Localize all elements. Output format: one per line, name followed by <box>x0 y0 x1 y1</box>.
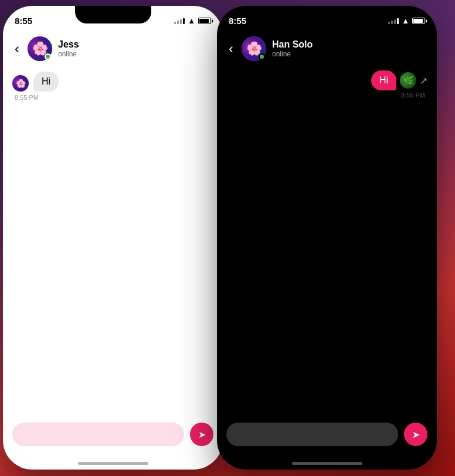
right-message-text: Hi <box>379 75 388 85</box>
left-back-button[interactable]: ‹ <box>12 38 22 59</box>
left-chat-header: ‹ Jess online <box>3 32 223 66</box>
left-input-area: ➤ <box>3 417 223 452</box>
right-input-area: ➤ <box>217 417 437 452</box>
right-back-button[interactable]: ‹ <box>226 38 236 59</box>
left-message-time: 8:55 PM <box>12 94 213 101</box>
right-messages-area: Hi ↗ 8:55 PM <box>217 65 437 420</box>
left-online-indicator <box>45 53 51 60</box>
right-send-icon: ➤ <box>412 429 420 440</box>
right-sent-message-row: Hi ↗ <box>371 70 427 90</box>
left-contact-name: Jess <box>58 39 79 50</box>
right-phone: 8:55 ▲ ‹ Han Solo online <box>217 6 437 470</box>
left-received-message: Hi <box>12 72 213 92</box>
left-phone: 8:55 ▲ ‹ Jess online <box>3 6 223 470</box>
right-sent-message-container: Hi ↗ 8:55 PM <box>226 70 427 99</box>
right-contact-name: Han Solo <box>272 39 313 50</box>
left-status-icons: ▲ <box>174 16 211 25</box>
right-online-indicator <box>259 53 265 60</box>
right-sender-avatar <box>400 72 416 89</box>
right-home-indicator <box>292 462 362 465</box>
right-contact-info: Han Solo online <box>272 39 313 58</box>
left-signal-icon <box>174 18 185 24</box>
left-notch <box>75 6 151 23</box>
left-messages-area: Hi 8:55 PM <box>3 66 223 421</box>
right-status-icons: ▲ <box>388 16 425 25</box>
left-send-icon: ➤ <box>198 429 206 440</box>
left-time: 8:55 <box>15 16 32 26</box>
right-battery-icon <box>412 18 425 24</box>
right-message-input[interactable] <box>226 423 398 446</box>
right-signal-icon <box>388 18 399 24</box>
left-send-button[interactable]: ➤ <box>190 423 213 446</box>
right-send-button[interactable]: ➤ <box>404 423 427 446</box>
right-notch <box>289 6 365 23</box>
left-home-indicator <box>78 462 148 465</box>
left-message-input[interactable] <box>12 423 184 446</box>
right-message-bubble: Hi <box>371 70 396 90</box>
left-sender-avatar <box>12 75 29 92</box>
right-contact-avatar <box>242 36 266 61</box>
right-time: 8:55 <box>229 16 246 26</box>
left-wifi-icon: ▲ <box>188 16 195 25</box>
right-wifi-icon: ▲ <box>402 16 409 25</box>
left-message-text: Hi <box>42 76 50 86</box>
right-message-time: 8:55 PM <box>399 92 427 99</box>
left-battery-icon <box>198 18 211 24</box>
left-contact-status: online <box>58 50 79 58</box>
right-chat-header: ‹ Han Solo online <box>217 32 437 66</box>
left-contact-info: Jess online <box>58 39 79 58</box>
cursor-icon: ↗ <box>420 75 427 86</box>
left-contact-avatar <box>28 36 52 61</box>
left-message-bubble: Hi <box>33 72 59 92</box>
right-contact-status: online <box>272 50 313 58</box>
